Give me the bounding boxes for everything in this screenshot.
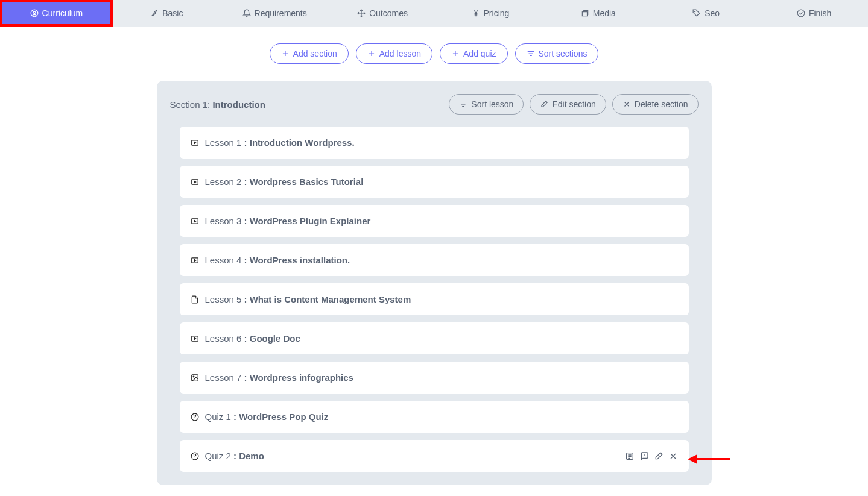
feather-icon (150, 9, 159, 17)
sort-lesson-button[interactable]: Sort lesson (449, 94, 524, 115)
lesson-item[interactable]: Lesson 5 : What is Content Management Sy… (180, 283, 689, 315)
tab-media[interactable]: Media (544, 0, 652, 27)
tab-label: Seo (705, 8, 720, 18)
lesson-text: Lesson 1 : Introduction Wordpress. (205, 137, 355, 148)
svg-marker-8 (194, 181, 195, 183)
comment-icon[interactable] (639, 451, 649, 461)
svg-marker-10 (194, 220, 195, 222)
edit-icon[interactable] (654, 451, 664, 461)
button-label: Sort lesson (471, 99, 513, 109)
close-icon (622, 100, 631, 108)
section-actions: Sort lesson Edit section Delete section (449, 94, 698, 115)
lesson-text: Lesson 7 : Wordpress infographics (205, 372, 353, 383)
tab-label: Outcomes (369, 8, 408, 18)
tab-finish[interactable]: Finish (760, 0, 868, 27)
svg-rect-2 (582, 12, 587, 16)
add-section-button[interactable]: Add section (270, 43, 349, 64)
sort-icon (527, 49, 535, 58)
lesson-item[interactable]: Quiz 1 : WordPress Pop Quiz (180, 401, 689, 433)
move-icon (357, 9, 366, 17)
button-label: Add section (293, 49, 337, 58)
lesson-text: Lesson 6 : Google Doc (205, 333, 300, 344)
lesson-text: Quiz 1 : WordPress Pop Quiz (205, 412, 329, 422)
file-icon (191, 295, 199, 304)
plus-icon (281, 49, 290, 58)
item-actions (625, 451, 678, 461)
tab-seo[interactable]: Seo (652, 0, 760, 27)
lesson-item[interactable]: Lesson 4 : WordPress installation. (180, 244, 689, 276)
question-icon (191, 452, 199, 460)
tab-label: Curriculum (42, 8, 83, 18)
tab-label: Basic (162, 8, 183, 18)
video-icon (191, 217, 199, 225)
check-circle-icon (797, 9, 805, 17)
question-icon (191, 413, 199, 421)
lesson-text: Lesson 3 : WordPress Plugin Explainer (205, 216, 371, 226)
tabs-bar: Curriculum Basic Requirements Outcomes P… (0, 0, 868, 27)
svg-point-3 (695, 11, 695, 12)
tag-icon (692, 9, 701, 17)
edit-icon (540, 100, 548, 108)
lesson-text: Lesson 2 : Wordpress Basics Tutorial (205, 177, 364, 187)
button-label: Delete section (635, 99, 688, 109)
section-container: Section 1: Introduction Sort lesson Edit… (157, 81, 712, 485)
tab-requirements[interactable]: Requirements (221, 0, 329, 27)
video-icon (191, 178, 199, 186)
list-icon[interactable] (625, 451, 635, 461)
svg-marker-14 (194, 337, 195, 340)
button-label: Add quiz (463, 49, 496, 58)
button-label: Add lesson (379, 49, 421, 58)
plus-icon (367, 49, 376, 58)
tab-curriculum[interactable]: Curriculum (0, 0, 113, 27)
yen-icon (472, 9, 480, 17)
action-bar: Add section Add lesson Add quiz Sort sec… (0, 27, 868, 81)
svg-point-4 (797, 10, 805, 17)
lesson-item[interactable]: Lesson 1 : Introduction Wordpress. (180, 127, 689, 159)
video-icon (191, 139, 199, 147)
svg-marker-12 (194, 259, 195, 262)
tab-label: Pricing (484, 8, 510, 18)
tab-basic[interactable]: Basic (113, 0, 221, 27)
video-icon (191, 256, 199, 265)
svg-point-16 (193, 376, 194, 377)
lesson-text: Lesson 5 : What is Content Management Sy… (205, 294, 411, 304)
lesson-list: Lesson 1 : Introduction Wordpress.Lesson… (170, 127, 699, 472)
button-label: Sort sections (539, 49, 588, 58)
lesson-item[interactable]: Lesson 3 : WordPress Plugin Explainer (180, 205, 689, 237)
image-icon (191, 374, 199, 382)
user-circle-icon (30, 9, 39, 17)
add-lesson-button[interactable]: Add lesson (356, 43, 432, 64)
lesson-item[interactable]: Quiz 2 : Demo (180, 440, 689, 472)
lesson-text: Lesson 4 : WordPress installation. (205, 255, 350, 265)
bell-icon (242, 9, 251, 17)
section-title: Section 1: Introduction (170, 99, 265, 110)
section-header: Section 1: Introduction Sort lesson Edit… (170, 94, 699, 115)
plus-icon (451, 49, 460, 58)
layers-icon (581, 9, 589, 17)
tab-label: Requirements (255, 8, 307, 18)
lesson-item[interactable]: Lesson 7 : Wordpress infographics (180, 362, 689, 394)
sort-sections-button[interactable]: Sort sections (515, 43, 599, 64)
delete-section-button[interactable]: Delete section (612, 94, 699, 115)
lesson-text: Quiz 2 : Demo (205, 451, 264, 461)
add-quiz-button[interactable]: Add quiz (440, 43, 507, 64)
tab-label: Finish (809, 8, 831, 18)
tab-label: Media (593, 8, 616, 18)
close-icon[interactable] (668, 451, 678, 461)
lesson-item[interactable]: Lesson 6 : Google Doc (180, 322, 689, 354)
edit-section-button[interactable]: Edit section (530, 94, 606, 115)
svg-marker-6 (194, 142, 195, 144)
video-icon (191, 334, 199, 343)
button-label: Edit section (552, 99, 595, 109)
svg-point-1 (33, 11, 36, 14)
tab-pricing[interactable]: Pricing (437, 0, 545, 27)
lesson-item[interactable]: Lesson 2 : Wordpress Basics Tutorial (180, 166, 689, 198)
tab-outcomes[interactable]: Outcomes (329, 0, 437, 27)
sort-icon (459, 100, 467, 108)
